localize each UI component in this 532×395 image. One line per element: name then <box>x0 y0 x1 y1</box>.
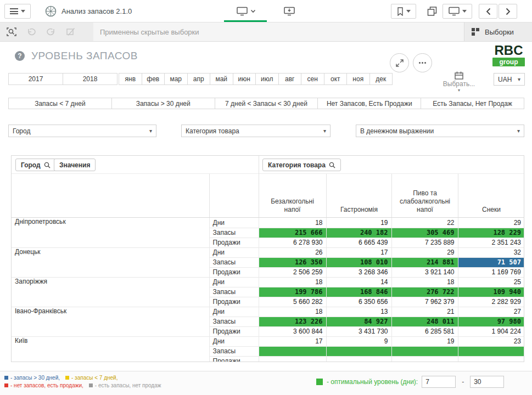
value-cell: 5 660 282 <box>259 297 326 307</box>
currency-select[interactable]: UAH ▾ <box>494 73 525 86</box>
stock-filter-tab[interactable]: Запасы > 30 дней <box>111 98 215 109</box>
value-cell: 17 <box>326 247 391 257</box>
hamburger-icon <box>10 8 18 14</box>
month-button[interactable]: май <box>210 73 233 85</box>
month-button[interactable]: авг <box>278 73 302 85</box>
pivot-body: ДніпропетровськДни18192229Запасы215 6662… <box>12 218 524 362</box>
redo-button[interactable] <box>43 24 59 40</box>
sheet-view-button[interactable] <box>237 7 256 16</box>
month-button[interactable]: апр <box>187 73 211 85</box>
year-button[interactable]: 2017 <box>8 73 63 85</box>
value-cell: 2 282 929 <box>458 297 524 307</box>
fullscreen-button[interactable] <box>390 53 409 72</box>
value-cell <box>259 346 326 356</box>
month-filter: янвфевмарапрмайиюниюлавгсеноктноядек <box>119 73 393 85</box>
prev-sheet-button[interactable] <box>479 4 497 19</box>
city-cell[interactable]: Івано-Франківськ <box>12 307 209 336</box>
month-button[interactable]: сен <box>301 73 324 85</box>
next-sheet-button[interactable] <box>499 4 517 19</box>
column-header[interactable]: Безалкогольні напої <box>259 174 326 217</box>
selections-status-text: Применены скрытые выборки <box>100 28 199 36</box>
date-select[interactable]: Выбрать... ▾ <box>439 71 479 92</box>
row-dimension-button[interactable]: Город <box>15 159 56 171</box>
month-button[interactable]: июн <box>233 73 256 85</box>
value-cell: 215 666 <box>259 228 326 238</box>
column-header[interactable]: Гастрономія <box>326 174 391 217</box>
logo-text-group: group <box>492 58 525 66</box>
column-dimension-label: Категория товара <box>268 161 326 169</box>
category-dropdown[interactable]: Категория товара ▾ <box>181 125 331 137</box>
sheets-button[interactable] <box>427 6 438 16</box>
search-icon <box>329 162 335 168</box>
legend-item: - нет запасов, есть продажи, <box>4 382 83 388</box>
monitor-icon <box>449 7 460 16</box>
column-header[interactable]: Снеки <box>458 174 524 217</box>
column-dimension-button[interactable]: Категория товара <box>262 159 341 171</box>
value-cell: 3 921 140 <box>391 267 458 277</box>
ellipsis-icon <box>419 62 421 64</box>
metric-label: Запасы <box>209 346 259 356</box>
optimal-swatch <box>316 379 323 385</box>
stock-filter-tab[interactable]: Есть Запасы, Нет Продаж <box>421 98 524 109</box>
value-cell: 108 010 <box>326 257 391 267</box>
values-button[interactable]: Значения <box>54 159 96 171</box>
presentation-button[interactable] <box>284 7 295 16</box>
city-dropdown-label: Город <box>13 127 30 135</box>
app-title: Анализ запасов 2.1.0 <box>61 7 132 15</box>
help-icon[interactable]: ? <box>15 51 25 61</box>
selections-grid-icon <box>471 27 480 36</box>
value-cell: 22 <box>391 218 458 228</box>
legend-label: - запасы < 7 дней, <box>71 375 117 381</box>
city-cell[interactable]: Дніпропетровськ <box>12 218 209 247</box>
app-icon <box>45 5 57 17</box>
metric-label: Продажи <box>209 297 259 307</box>
value-cell: 26 <box>259 247 326 257</box>
pivot-row: ДонецькДни26172932 <box>12 247 524 257</box>
ellipsis-icon <box>424 62 426 64</box>
selections-label: Выборки <box>485 28 514 36</box>
stock-filter-tabs: Запасы < 7 днейЗапасы > 30 дней7 дней < … <box>8 98 524 109</box>
ellipsis-icon <box>422 62 423 64</box>
month-button[interactable]: окт <box>324 73 348 85</box>
measure-dropdown[interactable]: В денежном выражении ▾ <box>356 125 524 137</box>
metric-label: Дни <box>209 247 259 257</box>
smart-search-icon <box>6 27 17 37</box>
value-cell: 13 <box>326 307 391 317</box>
month-button[interactable]: мар <box>164 73 188 85</box>
views-button[interactable] <box>443 4 472 19</box>
logo-text-rbc: RBC <box>492 44 525 57</box>
column-header[interactable]: Пиво та слабоалкогольні напої <box>391 174 458 217</box>
stock-filter-tab[interactable]: Нет Запасов, Есть Продажи <box>317 98 421 109</box>
month-button[interactable]: фев <box>142 73 165 85</box>
metric-label: Продажи <box>209 267 259 277</box>
city-cell[interactable]: Запоріжжя <box>12 277 209 307</box>
undo-button[interactable] <box>23 24 40 40</box>
city-cell[interactable]: Донецьк <box>12 247 209 277</box>
stock-filter-tab[interactable]: 7 дней < Запасы < 30 дней <box>215 98 318 109</box>
main-menu-button[interactable] <box>4 4 31 19</box>
city-cell[interactable]: Київ <box>12 336 209 362</box>
legend-row: - запасы > 30 дней,- запасы < 7 дней, <box>4 375 161 381</box>
range-to-input[interactable] <box>470 376 504 388</box>
value-cell: 19 <box>391 336 458 346</box>
monitor-icon <box>237 7 248 16</box>
value-cell: 7 235 889 <box>391 238 458 247</box>
city-dropdown[interactable]: Город ▾ <box>8 125 156 137</box>
value-cell: 18 <box>259 307 326 317</box>
selections-tool-button[interactable]: Выборки <box>464 22 532 41</box>
month-button[interactable]: июл <box>255 73 279 85</box>
clear-selections-button[interactable] <box>63 24 79 40</box>
month-button[interactable]: янв <box>119 73 142 85</box>
year-button[interactable]: 2018 <box>63 73 117 85</box>
month-button[interactable]: ноя <box>346 73 370 85</box>
value-cell: 1 904 224 <box>458 326 524 336</box>
smart-search-button[interactable] <box>3 24 20 40</box>
stock-filter-tab[interactable]: Запасы < 7 дней <box>8 98 112 109</box>
legend-item: - запасы < 7 дней, <box>65 375 117 381</box>
range-from-input[interactable] <box>422 376 456 388</box>
month-button[interactable]: дек <box>369 73 393 85</box>
value-cell: 21 <box>391 307 458 317</box>
metric-label: Продажи <box>209 326 259 336</box>
more-options-button[interactable] <box>413 53 432 72</box>
bookmarks-button[interactable] <box>391 4 416 19</box>
